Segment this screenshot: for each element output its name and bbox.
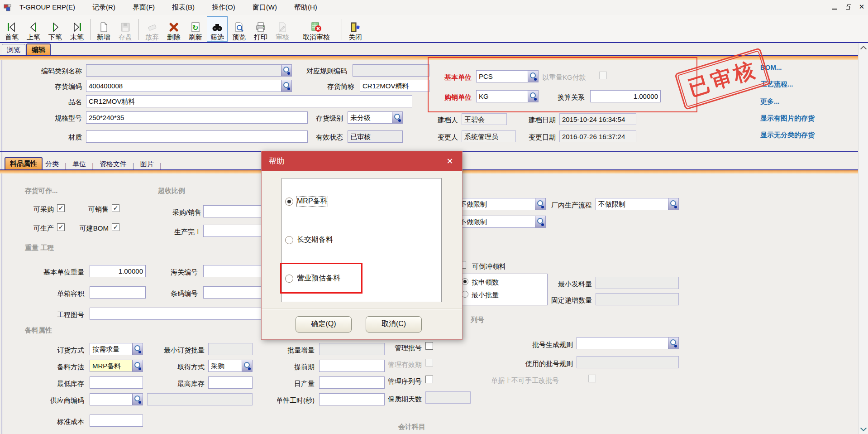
manage-batch-checkbox[interactable]	[425, 342, 433, 350]
toolbar-cancel-approve-button[interactable]: 取消审核	[294, 16, 339, 42]
subtab-separator: |	[65, 162, 67, 169]
toolbar-new-button[interactable]: 新增	[93, 16, 114, 42]
minimize-button[interactable]	[828, 1, 841, 13]
first-record-icon	[6, 21, 18, 33]
inventory-level-field[interactable]: 未分级	[348, 111, 403, 124]
toolbar-button-label: 存盘	[119, 33, 132, 41]
max-stock-field[interactable]	[208, 376, 253, 389]
scroll-down-icon[interactable]	[860, 425, 867, 431]
menu-item-6[interactable]: 帮助(H)	[294, 3, 317, 11]
option-label: 长交期备料	[297, 235, 333, 245]
tab-edit[interactable]: 编辑	[26, 43, 51, 55]
ok-button[interactable]: 确定(Q)	[296, 316, 352, 333]
limit-b-field[interactable]: 不做限制	[457, 216, 546, 228]
cancel-button[interactable]: 取消(C)	[366, 316, 422, 333]
subtab-0[interactable]: 料品属性	[5, 157, 43, 169]
menu-item-3[interactable]: 报表(B)	[172, 3, 195, 11]
lookup-icon[interactable]	[281, 65, 291, 76]
menu-item-1[interactable]: 记录(R)	[92, 3, 115, 11]
menu-item-5[interactable]: 窗口(W)	[253, 3, 277, 11]
lookup-icon[interactable]	[535, 216, 545, 227]
factory-flow-field[interactable]: 不做限制	[596, 198, 679, 210]
scroll-up-icon[interactable]	[860, 46, 867, 52]
menu-item-0[interactable]: T-GROUP ERP(E)	[19, 3, 75, 11]
box-volume-field[interactable]	[90, 286, 146, 299]
subtab-4[interactable]: 图片	[138, 159, 157, 169]
coding-category-field[interactable]	[86, 64, 292, 77]
dialog-option-1[interactable]: 长交期备料	[285, 235, 333, 245]
lookup-icon[interactable]	[132, 343, 143, 355]
lookup-icon[interactable]	[242, 360, 252, 371]
lookup-icon[interactable]	[668, 198, 678, 210]
subtab-separator: |	[160, 162, 162, 169]
toolbar-prev-record-button[interactable]: 上笔	[23, 16, 44, 42]
vertical-scrollbar[interactable]	[858, 43, 868, 434]
tab-browse[interactable]: 浏览	[2, 44, 25, 55]
lookup-icon[interactable]	[392, 112, 402, 123]
dialog-option-0[interactable]: MRP备料	[285, 197, 328, 206]
toolbar-preview-button[interactable]: 预览	[229, 16, 249, 42]
close-window-button[interactable]: ✕	[855, 1, 868, 13]
issue-by-request-radio[interactable]	[462, 278, 468, 285]
toolbar-print-button[interactable]: 打印	[250, 16, 271, 42]
subtab-3[interactable]: 资格文件	[97, 159, 129, 169]
spec-model-field[interactable]: 250*240*35	[86, 111, 308, 124]
subtab-2[interactable]: 单位	[70, 159, 89, 169]
subtab-1[interactable]: 分类	[43, 159, 62, 169]
dialog-close-button[interactable]: ✕	[443, 151, 457, 171]
supplier-code-field[interactable]	[90, 393, 143, 405]
toolbar-first-record-button[interactable]: 首笔	[1, 16, 22, 42]
menu-item-2[interactable]: 界面(F)	[133, 3, 155, 11]
inventory-abbr-field[interactable]: CR12MOV精料	[360, 80, 429, 92]
side-link-4[interactable]: 显示无分类的存货	[760, 131, 815, 140]
next-record-icon	[49, 21, 61, 33]
lookup-icon[interactable]	[132, 360, 143, 371]
toolbar-filter-button[interactable]: 筛选	[207, 16, 228, 42]
producible-checkbox[interactable]	[57, 223, 65, 231]
purchasable-checkbox[interactable]	[57, 204, 65, 212]
item-name-field[interactable]: CR12MOV精料	[86, 95, 412, 107]
restore-button[interactable]	[841, 1, 855, 13]
lead-time-label: 提前期	[278, 362, 315, 372]
sellable-checkbox[interactable]	[112, 204, 119, 212]
lookup-icon[interactable]	[132, 394, 143, 405]
base-unit-weight-field[interactable]: 1.00000	[90, 265, 146, 277]
daily-output-field[interactable]	[319, 376, 385, 389]
dialog-title: 帮助	[262, 151, 462, 171]
lookup-icon[interactable]	[281, 80, 291, 92]
fixed-increment-label: 固定递增数量	[538, 295, 592, 305]
item-name-label: 品名	[46, 97, 82, 107]
lead-time-field[interactable]	[319, 360, 385, 372]
toolbar-close-button[interactable]: 关闭	[345, 16, 366, 42]
toolbar-next-record-button[interactable]: 下笔	[45, 16, 66, 42]
radio-icon	[285, 198, 293, 206]
cancel-approve-icon	[310, 21, 322, 33]
bom-allowed-checkbox[interactable]	[112, 223, 119, 231]
lookup-icon[interactable]	[668, 338, 678, 349]
acquire-method-field[interactable]: 采购	[208, 360, 253, 372]
toolbar-refresh-button[interactable]: ↻刷新	[185, 16, 206, 42]
toolbar-last-record-button[interactable]: 末笔	[67, 16, 87, 42]
toolbar-button-label: 关闭	[348, 33, 362, 41]
prep-method-field[interactable]: MRP备料	[90, 360, 143, 372]
manage-validity-checkbox	[425, 359, 433, 366]
limit-a-field[interactable]: 不做限制	[457, 198, 546, 210]
min-stock-field[interactable]	[90, 376, 143, 389]
inventory-code-field[interactable]: 400400008	[86, 80, 292, 92]
order-method-field[interactable]: 按需求量	[90, 343, 143, 355]
manage-serial-checkbox[interactable]	[425, 376, 433, 383]
side-link-3[interactable]: 显示有图片的存货	[760, 114, 815, 123]
batch-rule-field[interactable]	[577, 337, 679, 349]
toolbar-button-label: 首笔	[5, 33, 19, 41]
backflush-label: 可倒冲领料	[472, 261, 526, 271]
std-cost-field[interactable]	[90, 415, 143, 427]
supplier-code-label: 供应商编码	[30, 395, 84, 405]
menu-item-4[interactable]: 操作(O)	[212, 3, 235, 11]
toolbar-delete-button[interactable]: 删除	[163, 16, 184, 42]
unit-work-seconds-field[interactable]	[319, 393, 385, 405]
refresh-icon: ↻	[190, 21, 201, 33]
material-field[interactable]	[86, 130, 308, 143]
issue-min-batch-radio[interactable]	[462, 291, 468, 298]
purchasable-label: 可采购	[27, 204, 54, 214]
side-link-2[interactable]: 更多...	[760, 97, 780, 106]
